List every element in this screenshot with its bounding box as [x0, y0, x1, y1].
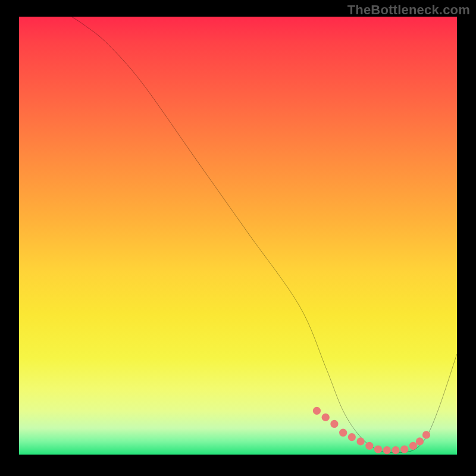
marker-dot — [322, 414, 330, 421]
curve-line — [71, 17, 457, 452]
marker-dot — [348, 433, 356, 441]
marker-dot — [374, 446, 382, 453]
marker-dot — [392, 446, 399, 454]
marker-dot — [383, 446, 391, 454]
marker-dot — [365, 442, 373, 450]
marker-dot — [409, 442, 417, 450]
plot-area — [19, 17, 457, 455]
watermark-text: TheBottleneck.com — [347, 2, 470, 18]
chart-frame: TheBottleneck.com — [0, 0, 476, 476]
marker-dot — [356, 437, 364, 445]
bottleneck-curve — [71, 17, 457, 452]
highlight-markers — [313, 407, 430, 454]
chart-svg — [19, 17, 457, 455]
marker-dot — [416, 437, 424, 445]
marker-dot — [400, 446, 408, 453]
marker-dot — [313, 407, 321, 415]
marker-dot — [339, 429, 347, 437]
marker-dot — [330, 420, 338, 428]
marker-dot — [422, 431, 430, 439]
